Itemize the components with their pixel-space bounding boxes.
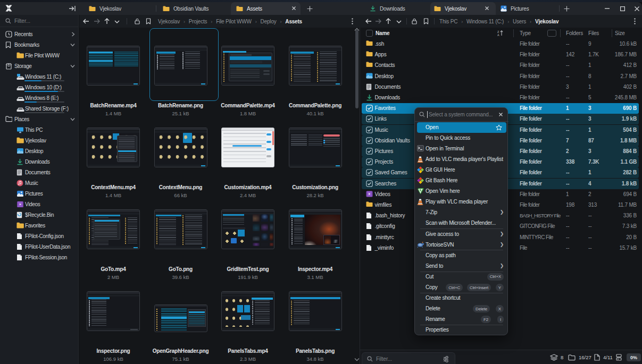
svg-text:A: A bbox=[497, 33, 499, 37]
svg-text:Z: Z bbox=[497, 30, 499, 33]
